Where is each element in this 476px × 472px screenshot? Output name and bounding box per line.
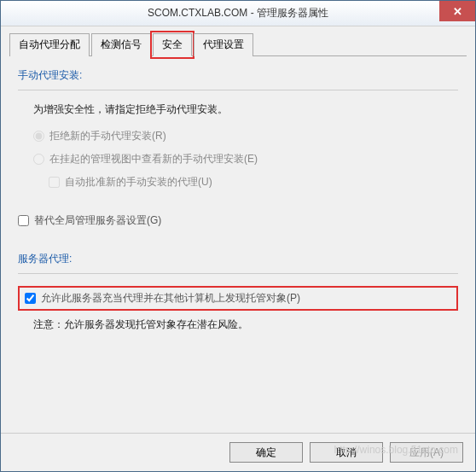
radio-reject-new-label: 拒绝新的手动代理安装(R)	[49, 129, 166, 143]
radio-pending-view-label: 在挂起的管理视图中查看新的手动代理安装(E)	[49, 152, 258, 166]
check-auto-approve	[49, 177, 60, 188]
ok-button[interactable]: 确定	[229, 442, 303, 463]
radio-reject-new-row: 拒绝新的手动代理安装(R)	[33, 129, 458, 143]
radio-reject-new	[33, 131, 44, 142]
check-allow-proxy-label: 允许此服务器充当代理并在其他计算机上发现托管对象(P)	[41, 291, 300, 306]
divider	[18, 90, 458, 90]
radio-pending-view	[33, 154, 44, 165]
tab-proxy-settings[interactable]: 代理设置	[194, 33, 253, 56]
close-button[interactable]: ✕	[439, 1, 475, 21]
check-auto-approve-label: 自动批准新的手动安装的代理(U)	[65, 175, 212, 189]
tab-panel-security: 手动代理安装: 为增强安全性，请指定拒绝手动代理安装。 拒绝新的手动代理安装(R…	[9, 56, 467, 341]
tab-heartbeat[interactable]: 检测信号	[91, 33, 151, 56]
check-override-global[interactable]	[18, 215, 29, 226]
check-allow-proxy[interactable]	[25, 293, 36, 304]
check-auto-approve-row: 自动批准新的手动安装的代理(U)	[49, 175, 458, 189]
tab-auto-proxy[interactable]: 自动代理分配	[9, 33, 90, 56]
radio-pending-view-row: 在挂起的管理视图中查看新的手动代理安装(E)	[33, 152, 458, 166]
proxy-risk-note: 注意：允许服务器发现托管对象存在潜在风险。	[33, 318, 458, 332]
button-bar: 确定 取消 应用(A)	[1, 433, 475, 463]
apply-button[interactable]: 应用(A)	[390, 442, 463, 463]
close-icon: ✕	[453, 5, 462, 18]
content-area: 自动代理分配 检测信号 安全 代理设置 手动代理安装: 为增强安全性，请指定拒绝…	[1, 26, 475, 341]
cancel-button[interactable]: 取消	[310, 442, 383, 463]
manual-install-heading: 手动代理安装:	[18, 68, 458, 83]
check-override-global-row[interactable]: 替代全局管理服务器设置(G)	[18, 213, 458, 228]
check-allow-proxy-row[interactable]: 允许此服务器充当代理并在其他计算机上发现托管对象(P)	[25, 291, 451, 306]
divider	[18, 273, 458, 274]
manual-install-description: 为增强安全性，请指定拒绝手动代理安装。	[33, 102, 458, 117]
server-proxy-heading: 服务器代理:	[18, 252, 458, 266]
titlebar: SCOM.CTXLAB.COM - 管理服务器属性 ✕	[1, 1, 475, 26]
dialog-window: SCOM.CTXLAB.COM - 管理服务器属性 ✕ 自动代理分配 检测信号 …	[0, 0, 476, 472]
window-title: SCOM.CTXLAB.COM - 管理服务器属性	[148, 6, 328, 20]
check-override-global-label: 替代全局管理服务器设置(G)	[34, 213, 161, 228]
tab-security[interactable]: 安全	[153, 33, 192, 56]
allow-proxy-highlight: 允许此服务器充当代理并在其他计算机上发现托管对象(P)	[18, 286, 458, 311]
tab-strip: 自动代理分配 检测信号 安全 代理设置	[9, 33, 467, 56]
